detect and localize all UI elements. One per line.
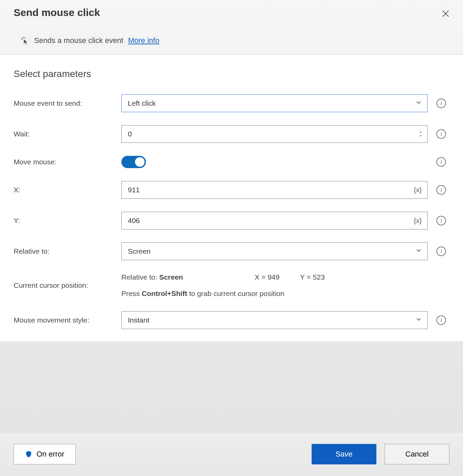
info-icon-move-mouse[interactable]: i [436,157,446,167]
row-wait: Wait: 0 i [14,125,449,143]
row-x: X: 911 {x} i [14,181,449,199]
close-icon [441,9,450,18]
dialog-subtitle: Sends a mouse click event [34,36,123,45]
dialog-body: Select parameters Mouse event to send: L… [0,55,463,341]
select-relative-to[interactable]: Screen [121,242,428,260]
cursor-relative-prefix: Relative to: [121,273,157,281]
label-move-mouse: Move mouse: [14,158,116,166]
variable-picker-x[interactable]: {x} [412,185,424,195]
cancel-button[interactable]: Cancel [385,444,449,464]
select-movement-style-value: Instant [128,316,149,324]
dialog-titlebar: Send mouse click [0,0,463,21]
chevron-down-icon [415,99,422,108]
input-x[interactable]: 911 {x} [121,181,428,199]
input-wait[interactable]: 0 [121,125,428,143]
select-movement-style[interactable]: Instant [121,311,428,329]
select-mouse-event-value: Left click [128,99,156,107]
toggle-move-mouse[interactable] [121,156,146,168]
on-error-label: On error [36,450,64,459]
row-relative-to: Relative to: Screen i [14,242,449,260]
close-button[interactable] [438,7,453,21]
on-error-button[interactable]: On error [14,444,76,464]
chevron-down-icon[interactable] [418,134,423,137]
label-movement-style: Mouse movement style: [14,316,116,324]
label-y: Y: [14,217,116,225]
cancel-label: Cancel [405,450,429,459]
row-y: Y: 406 {x} i [14,212,449,229]
input-wait-value: 0 [128,130,132,138]
cursor-hint-prefix: Press [121,289,140,297]
input-y[interactable]: 406 {x} [121,212,428,229]
chevron-down-icon [415,247,422,256]
more-info-link[interactable]: More info [128,36,160,45]
row-cursor-position: Current cursor position: Relative to: Sc… [14,273,449,298]
cursor-relative-value: Screen [159,273,183,281]
cursor-y-value: 523 [313,273,325,281]
svg-line-4 [22,38,23,39]
mouse-click-icon [20,36,29,45]
cursor-x-value: 949 [268,273,280,281]
spinner-wait[interactable] [418,131,423,137]
info-icon-movement-style[interactable]: i [436,315,446,325]
dialog-footer: On error Save Cancel [0,432,463,476]
toggle-knob [135,157,145,167]
cursor-hint-suffix: to grab current cursor position [189,289,284,297]
dialog-subtitle-row: Sends a mouse click event More info [0,21,463,55]
section-heading: Select parameters [14,69,449,79]
info-icon-y[interactable]: i [436,216,446,225]
row-move-mouse: Move mouse: i [14,156,449,168]
svg-line-5 [25,38,26,39]
row-movement-style: Mouse movement style: Instant i [14,311,449,329]
info-icon-relative-to[interactable]: i [436,247,446,256]
label-relative-to: Relative to: [14,247,116,255]
input-x-value: 911 [128,186,140,194]
label-x: X: [14,186,116,194]
cursor-position-block: Relative to: Screen X = 949 Y = 523 Pres… [121,273,449,298]
info-icon-mouse-event[interactable]: i [436,99,446,108]
input-y-value: 406 [128,217,140,225]
label-mouse-event: Mouse event to send: [14,99,116,107]
cursor-y-label: Y = [300,273,311,281]
cursor-hint-keys: Control+Shift [142,289,188,297]
label-wait: Wait: [14,130,116,138]
info-icon-x[interactable]: i [436,185,446,195]
select-relative-to-value: Screen [128,247,151,255]
row-mouse-event: Mouse event to send: Left click i [14,94,449,112]
chevron-up-icon[interactable] [418,131,423,134]
cursor-x-label: X = [255,273,266,281]
shield-icon [25,450,32,458]
chevron-down-icon [415,316,422,325]
save-label: Save [335,450,353,459]
select-mouse-event[interactable]: Left click [121,94,428,112]
label-cursor-position: Current cursor position: [14,281,116,289]
info-icon-wait[interactable]: i [436,129,446,139]
dialog-title: Send mouse click [14,7,100,18]
variable-picker-y[interactable]: {x} [412,215,424,226]
save-button[interactable]: Save [312,444,376,464]
